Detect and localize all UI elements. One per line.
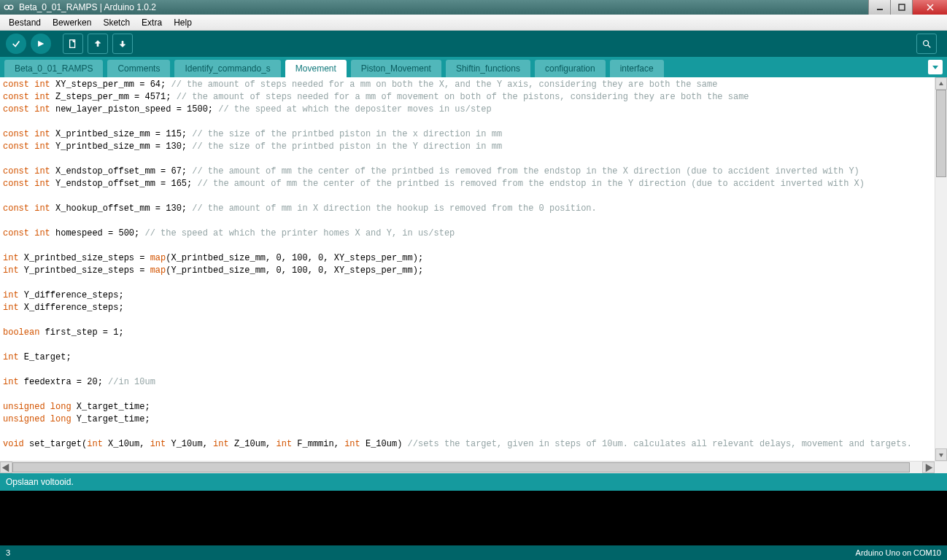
menu-bestand[interactable]: Bestand	[3, 16, 47, 29]
svg-point-1	[9, 5, 13, 9]
menu-extra[interactable]: Extra	[136, 16, 168, 29]
footer-bar: 3 Arduino Uno on COM10	[0, 545, 947, 560]
board-port-label: Arduino Uno on COM10	[856, 548, 941, 557]
svg-marker-9	[120, 42, 125, 47]
serial-monitor-button[interactable]	[916, 34, 937, 54]
menu-sketch[interactable]: Sketch	[97, 16, 136, 29]
code-editor[interactable]: const int XY_steps_per_mm = 64; // the a…	[0, 77, 947, 461]
svg-rect-3	[899, 4, 905, 10]
scroll-left-button[interactable]	[0, 462, 12, 473]
save-sketch-button[interactable]	[112, 34, 133, 54]
tab-beta-ramps[interactable]: Beta_0_01_RAMPS	[4, 60, 103, 77]
close-button[interactable]	[912, 0, 947, 15]
tab-bar: Beta_0_01_RAMPS Comments Identify_comman…	[0, 57, 947, 77]
window-titlebar: Beta_0_01_RAMPS | Arduino 1.0.2	[0, 0, 947, 15]
minimize-button[interactable]	[868, 0, 890, 15]
upload-button[interactable]	[31, 34, 51, 54]
horizontal-scrollbar[interactable]	[0, 461, 947, 473]
open-sketch-button[interactable]	[88, 34, 108, 54]
window-controls	[868, 0, 947, 15]
svg-line-11	[928, 45, 931, 48]
svg-marker-6	[39, 42, 44, 47]
scroll-down-button[interactable]	[935, 448, 947, 461]
toolbar	[0, 31, 947, 57]
status-text: Opslaan voltooid.	[6, 477, 74, 487]
tab-interface[interactable]: interface	[610, 60, 664, 77]
tab-piston-movement[interactable]: Piston_Movement	[351, 60, 441, 77]
status-bar: Opslaan voltooid.	[0, 473, 947, 491]
menu-help[interactable]: Help	[168, 16, 198, 29]
vertical-scrollbar[interactable]	[935, 77, 947, 461]
svg-point-0	[4, 5, 9, 9]
verify-button[interactable]	[6, 34, 26, 54]
svg-marker-13	[939, 82, 943, 85]
svg-point-10	[924, 41, 929, 46]
menubar: Bestand Bewerken Sketch Extra Help	[0, 15, 947, 31]
svg-marker-12	[932, 66, 938, 69]
scroll-corner	[935, 462, 947, 473]
tab-comments[interactable]: Comments	[107, 60, 170, 77]
svg-marker-16	[926, 463, 932, 471]
editor-area: const int XY_steps_per_mm = 64; // the a…	[0, 77, 947, 473]
tab-configuration[interactable]: configuration	[535, 60, 606, 77]
window-title: Beta_0_01_RAMPS | Arduino 1.0.2	[18, 2, 868, 12]
tab-shiftin-functions[interactable]: Shiftin_functions	[446, 60, 530, 77]
svg-marker-15	[2, 463, 9, 471]
new-sketch-button[interactable]	[63, 34, 83, 54]
console-output[interactable]	[0, 491, 947, 545]
tab-movement[interactable]: Movement	[285, 60, 347, 77]
tab-identify-commando[interactable]: Identify_commando_s	[174, 60, 280, 77]
scroll-thumb-v[interactable]	[936, 90, 946, 177]
menu-bewerken[interactable]: Bewerken	[47, 16, 97, 29]
arduino-app-icon	[3, 1, 15, 13]
tab-menu-button[interactable]	[928, 60, 943, 74]
scroll-right-button[interactable]	[922, 462, 935, 473]
scroll-thumb-h[interactable]	[12, 462, 910, 472]
svg-marker-14	[939, 454, 943, 457]
maximize-button[interactable]	[890, 0, 912, 15]
svg-marker-8	[96, 41, 101, 47]
line-number: 3	[6, 548, 856, 557]
scroll-up-button[interactable]	[935, 77, 947, 90]
